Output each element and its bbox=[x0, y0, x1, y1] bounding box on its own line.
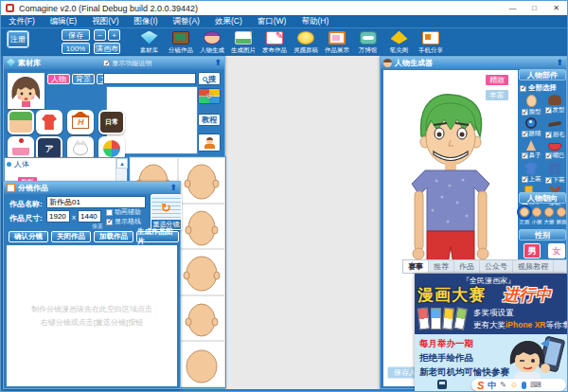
zoom-in-button[interactable]: + bbox=[108, 29, 120, 41]
menu-window[interactable]: 窗口(W) bbox=[250, 15, 294, 27]
selected-character-thumbnail[interactable] bbox=[8, 73, 44, 109]
face-thumbnail[interactable] bbox=[178, 341, 226, 387]
tool-inspiration[interactable]: 灵感原稿 bbox=[290, 28, 321, 57]
menu-effects[interactable]: 效果(C) bbox=[207, 15, 250, 27]
load-work-button[interactable]: 加载作品 bbox=[94, 231, 133, 242]
part-face-shape[interactable]: 脸型 bbox=[520, 95, 542, 116]
part-mouth[interactable]: 嘴巴 bbox=[543, 140, 566, 160]
face-thumbnail[interactable] bbox=[178, 157, 226, 204]
part-bottom-clothes[interactable]: 下装 bbox=[543, 163, 566, 185]
face-thumbnail[interactable] bbox=[178, 204, 226, 250]
menu-bar: 文件(F) 编辑(E) 视图(V) 图像(I) 调整(A) 效果(C) 窗口(W… bbox=[1, 15, 567, 27]
zoom-out-button[interactable]: − bbox=[94, 29, 106, 41]
menu-help[interactable]: 帮助(H) bbox=[293, 15, 336, 27]
jacket-icon bbox=[42, 115, 57, 130]
storyboard-work-area[interactable]: 制作分镜漫画请先在此空白区域点击 右键分镜或点击[重选分镜]按钮 bbox=[7, 245, 177, 386]
tab-works[interactable]: 作品 bbox=[454, 260, 480, 273]
tray-icon[interactable] bbox=[437, 380, 447, 389]
orientation-front[interactable]: 正面 bbox=[519, 207, 530, 226]
orientation-slight-side[interactable]: 小侧 bbox=[531, 207, 542, 226]
microphone-icon[interactable] bbox=[522, 382, 526, 389]
menu-view[interactable]: 视图(V) bbox=[84, 15, 126, 27]
collapse-arrow-icon[interactable]: ⬆ bbox=[556, 59, 563, 67]
part-top-clothes[interactable]: 上装 bbox=[520, 163, 542, 184]
pen-nib-icon bbox=[391, 31, 408, 45]
color-palette-button[interactable] bbox=[198, 88, 221, 104]
eye-icon bbox=[525, 117, 537, 129]
gender-male-button[interactable]: 男 bbox=[524, 243, 541, 258]
part-eyebrows[interactable]: 眉毛 bbox=[543, 117, 566, 139]
part-eyes[interactable]: 眼睛 bbox=[520, 117, 542, 138]
show-help-checkbox[interactable]: 显示功能说明 bbox=[103, 59, 151, 68]
contest-ad-banner[interactable]: 『全民漫画家』 漫画大赛 进行中 多奖项设置 更有大奖iPhone XR等你拿 … bbox=[415, 274, 567, 391]
tool-character-generator[interactable]: 人物生成 bbox=[196, 28, 227, 57]
save-button[interactable]: 保存 bbox=[62, 29, 90, 41]
tool-phone-share[interactable]: 手机分享 bbox=[415, 28, 446, 57]
close-button[interactable]: ✕ bbox=[545, 1, 567, 15]
collapse-arrow-icon[interactable]: ⬆ bbox=[214, 59, 222, 67]
select-all-checkbox[interactable]: 全部选择 bbox=[520, 83, 557, 93]
pen-icon[interactable]: ✎ bbox=[500, 381, 506, 390]
anim-assist-checkbox[interactable]: 动画辅助 bbox=[106, 207, 141, 217]
fit-canvas-button[interactable]: 满画布 bbox=[94, 43, 120, 54]
height-input[interactable] bbox=[78, 210, 101, 223]
comic-books-image bbox=[418, 308, 466, 330]
width-input[interactable] bbox=[46, 210, 70, 223]
part-hairstyle[interactable]: 发型 bbox=[543, 95, 566, 115]
sticker-characters[interactable] bbox=[8, 110, 34, 134]
search-button[interactable]: 搜 bbox=[198, 72, 221, 85]
tab-video-tutorials[interactable]: 视频教程 bbox=[513, 260, 554, 273]
character-preset-button[interactable] bbox=[198, 134, 221, 151]
show-grid-checkbox[interactable]: 显示格线 bbox=[106, 217, 141, 226]
tree-scrollbar[interactable]: ▲ bbox=[115, 158, 127, 182]
tab-recommended[interactable]: 推荐 bbox=[429, 260, 454, 273]
collapse-arrow-icon[interactable]: ⬆ bbox=[169, 184, 177, 192]
quality-fine-button[interactable]: 精致 bbox=[485, 74, 509, 86]
emoji-icon[interactable]: ☺ bbox=[510, 381, 518, 390]
face-thumbnail[interactable] bbox=[178, 295, 226, 342]
sticker-buildings[interactable] bbox=[67, 110, 94, 134]
menu-image[interactable]: 图像(I) bbox=[127, 15, 166, 27]
confirm-storyboard-button[interactable]: 确认分镜 bbox=[9, 231, 48, 242]
orientation-big-side[interactable]: 大侧 bbox=[543, 207, 555, 226]
tool-export-image[interactable]: 生成图片 bbox=[227, 28, 258, 57]
drawing-canvas[interactable] bbox=[225, 56, 380, 389]
tree-group-body[interactable]: 人体 bbox=[5, 158, 127, 170]
part-nose[interactable]: 鼻子 bbox=[520, 140, 542, 160]
export-image-icon bbox=[235, 31, 252, 45]
face-thumbnail[interactable] bbox=[178, 249, 226, 295]
tab-official-account[interactable]: 公众号 bbox=[480, 260, 513, 273]
menu-file[interactable]: 文件(F) bbox=[1, 15, 43, 27]
sticker-daily[interactable]: 日常 bbox=[98, 110, 125, 134]
sticker-clothes[interactable] bbox=[36, 110, 62, 134]
maximize-button[interactable]: □ bbox=[524, 1, 545, 15]
zoom-level-button[interactable]: 100% bbox=[62, 43, 90, 54]
ad-monthly-line: 每月举办一期 bbox=[419, 338, 473, 350]
sogou-logo-icon[interactable]: S bbox=[477, 381, 484, 390]
tool-publish[interactable]: 发布作品 bbox=[258, 28, 290, 57]
minimize-button[interactable]: — bbox=[502, 1, 524, 15]
ime-mode-toggle[interactable]: 中 bbox=[488, 381, 496, 390]
quality-rich-button[interactable]: 丰富 bbox=[485, 89, 509, 101]
keyboard-icon[interactable]: ⌨ bbox=[530, 381, 541, 390]
reselect-storyboard-button[interactable]: ↻ 重选分镜 bbox=[151, 194, 182, 230]
menu-adjust[interactable]: 调整(A) bbox=[166, 15, 207, 27]
tool-storyboard[interactable]: 分镜作品 bbox=[165, 28, 196, 57]
tab-contests[interactable]: 赛事 bbox=[403, 260, 429, 273]
tutorial-button[interactable]: 教程 bbox=[198, 114, 221, 126]
generate-image-button[interactable]: 生成作品图片 bbox=[136, 231, 179, 242]
tab-character[interactable]: 人物 bbox=[47, 74, 70, 84]
menu-edit[interactable]: 编辑(E) bbox=[43, 15, 84, 27]
tool-pen-pavilion[interactable]: 笔尖阁 bbox=[383, 28, 415, 57]
tool-gallery[interactable]: 作品展示 bbox=[321, 28, 352, 57]
tool-material-library[interactable]: 素材库 bbox=[133, 28, 165, 57]
scroll-up-icon[interactable]: ▲ bbox=[116, 158, 128, 169]
register-button[interactable]: 注册 bbox=[8, 31, 28, 47]
tool-museum[interactable]: 万博馆 bbox=[352, 28, 383, 57]
search-input[interactable] bbox=[103, 73, 196, 84]
toolbar: 注册 保存 100% − + 满画布 素材库 分镜作品 人物生成 生成图片 bbox=[1, 27, 567, 56]
close-work-button[interactable]: 关闭作品 bbox=[51, 231, 91, 242]
gender-female-button[interactable]: 女 bbox=[548, 243, 565, 258]
orientation-profile[interactable]: 侧面 bbox=[556, 207, 567, 226]
tab-background[interactable]: 背景 bbox=[72, 74, 95, 84]
